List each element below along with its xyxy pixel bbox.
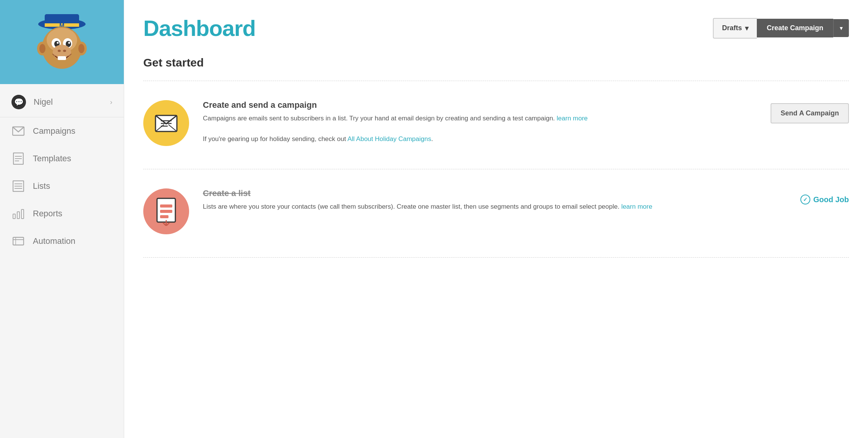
svg-rect-40	[160, 204, 172, 208]
create-list-action: ✓ Good Job	[800, 188, 849, 204]
send-campaign-icon	[143, 100, 189, 146]
user-avatar: 💬	[11, 95, 26, 109]
holiday-campaigns-link[interactable]: All About Holiday Campaigns	[347, 135, 431, 143]
svg-point-7	[39, 44, 45, 53]
create-dropdown-chevron-icon: ▾	[840, 25, 843, 31]
svg-rect-32	[13, 237, 24, 245]
campaigns-label: Campaigns	[33, 126, 112, 136]
sidebar-item-campaigns[interactable]: Campaigns	[0, 117, 124, 145]
check-circle-icon: ✓	[800, 195, 810, 204]
send-campaign-extra-text: If you're gearing up for holiday sending…	[203, 135, 347, 143]
sidebar-navigation: 💬 Nigel › Campaigns	[0, 84, 124, 438]
drafts-label: Drafts	[722, 24, 742, 32]
svg-rect-31	[21, 209, 24, 219]
drafts-button[interactable]: Drafts ▾	[713, 18, 757, 39]
send-campaign-learn-more-link[interactable]: learn more	[557, 115, 588, 122]
svg-point-17	[58, 50, 61, 52]
send-a-campaign-button[interactable]: Send A Campaign	[771, 103, 849, 123]
user-name-label: Nigel	[34, 97, 102, 107]
template-icon	[11, 152, 25, 165]
sidebar: M	[0, 0, 124, 438]
create-list-icon-circle	[143, 188, 189, 234]
send-campaign-title: Create and send a campaign	[203, 100, 757, 110]
reports-icon	[11, 207, 25, 221]
main-header: Dashboard Drafts ▾ Create Campaign ▾	[143, 15, 849, 41]
svg-point-14	[57, 42, 59, 44]
get-started-title: Get started	[143, 56, 849, 69]
svg-point-9	[78, 44, 84, 53]
svg-rect-42	[160, 215, 168, 218]
list-document-icon	[154, 197, 178, 226]
svg-point-15	[68, 42, 70, 44]
templates-label: Templates	[33, 154, 112, 164]
send-campaign-period: .	[431, 135, 433, 143]
list-icon	[11, 179, 25, 193]
divider-top	[143, 81, 849, 81]
svg-point-18	[63, 50, 66, 52]
good-job-label: Good Job	[813, 195, 849, 204]
sidebar-item-user[interactable]: 💬 Nigel ›	[0, 87, 124, 117]
good-job-badge: ✓ Good Job	[800, 191, 849, 204]
send-campaign-desc: Campaigns are emails sent to subscribers…	[203, 113, 757, 144]
sidebar-item-lists[interactable]: Lists	[0, 172, 124, 200]
divider-middle	[143, 169, 849, 169]
sidebar-item-reports[interactable]: Reports	[0, 200, 124, 227]
main-content: Dashboard Drafts ▾ Create Campaign ▾ Get…	[124, 0, 868, 438]
create-list-learn-more-link[interactable]: learn more	[621, 203, 652, 210]
create-list-desc: Lists are where you store your contacts …	[203, 201, 787, 212]
create-list-content: Create a list Lists are where you store …	[203, 188, 787, 212]
divider-bottom	[143, 257, 849, 258]
create-campaign-dropdown-button[interactable]: ▾	[833, 19, 849, 37]
send-campaign-desc-text: Campaigns are emails sent to subscribers…	[203, 115, 557, 122]
send-campaign-card: Create and send a campaign Campaigns are…	[143, 92, 849, 157]
chevron-right-icon: ›	[110, 98, 112, 106]
reports-label: Reports	[33, 209, 112, 219]
svg-rect-41	[160, 210, 172, 213]
lists-label: Lists	[33, 181, 112, 191]
drafts-chevron-icon: ▾	[745, 24, 748, 32]
mail-icon	[11, 124, 25, 138]
sidebar-item-templates[interactable]: Templates	[0, 145, 124, 172]
automation-label: Automation	[33, 236, 112, 246]
svg-rect-29	[13, 214, 15, 219]
header-actions: Drafts ▾ Create Campaign ▾	[713, 18, 849, 39]
create-campaign-button[interactable]: Create Campaign	[757, 19, 833, 37]
svg-rect-19	[58, 56, 66, 60]
sidebar-item-automation[interactable]: Automation	[0, 227, 124, 255]
sidebar-logo: M	[0, 0, 124, 84]
create-list-desc-text: Lists are where you store your contacts …	[203, 203, 621, 210]
page-title: Dashboard	[143, 15, 256, 41]
svg-rect-30	[17, 212, 19, 219]
create-list-card: Create a list Lists are where you store …	[143, 181, 849, 246]
send-campaign-action: Send A Campaign	[771, 100, 849, 123]
send-campaign-content: Create and send a campaign Campaigns are…	[203, 100, 757, 144]
monkey-logo-icon: M	[29, 10, 94, 75]
automation-icon	[11, 234, 25, 248]
envelope-icon	[153, 110, 179, 136]
create-list-title: Create a list	[203, 188, 787, 198]
